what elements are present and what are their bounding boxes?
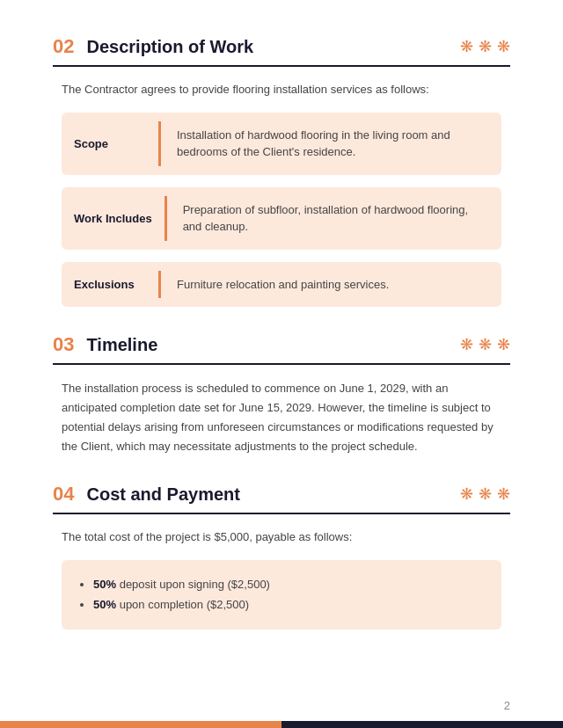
description-intro: The Contractor agrees to provide floorin… — [62, 81, 501, 98]
section-number-03: 03 — [53, 333, 74, 356]
scope-card: Scope Installation of hardwood flooring … — [62, 113, 501, 175]
footer-dark — [282, 721, 563, 728]
work-includes-label: Work Includes — [62, 187, 165, 250]
section-header-description: 02 Description of Work ❋ ❋ ❋ — [53, 35, 510, 67]
section-body-description: The Contractor agrees to provide floorin… — [53, 81, 510, 307]
section-number-04: 04 — [53, 483, 74, 506]
exclusions-card: Exclusions Furniture relocation and pain… — [62, 262, 501, 308]
cost-item-2-bold: 50% — [93, 598, 116, 611]
section-cost: 04 Cost and Payment ❋ ❋ ❋ The total cost… — [53, 483, 510, 629]
snowflake-icon-6: ❋ — [497, 335, 510, 354]
section-title-timeline: Timeline — [86, 335, 157, 355]
section-header-timeline: 03 Timeline ❋ ❋ ❋ — [53, 333, 510, 365]
cost-list-card: 50% deposit upon signing ($2,500) 50% up… — [62, 560, 501, 630]
footer-orange — [0, 721, 282, 728]
exclusions-label: Exclusions — [62, 262, 158, 308]
section-header-left-timeline: 03 Timeline — [53, 333, 157, 356]
page: 02 Description of Work ❋ ❋ ❋ The Contrac… — [0, 0, 563, 728]
page-number: 2 — [504, 699, 510, 712]
section-icons-timeline: ❋ ❋ ❋ — [460, 335, 510, 354]
timeline-body: The installation process is scheduled to… — [62, 379, 501, 456]
snowflake-icon-5: ❋ — [479, 335, 492, 354]
section-number-02: 02 — [53, 35, 74, 58]
work-includes-content: Preparation of subfloor, installation of… — [167, 187, 501, 250]
section-body-timeline: The installation process is scheduled to… — [53, 379, 510, 456]
snowflake-icon-8: ❋ — [479, 484, 492, 504]
section-icons-description: ❋ ❋ ❋ — [460, 37, 510, 56]
section-header-left-cost: 04 Cost and Payment — [53, 483, 240, 506]
cost-list-item-1: 50% deposit upon signing ($2,500) — [93, 574, 484, 594]
scope-label: Scope — [62, 113, 158, 175]
page-footer — [0, 721, 563, 728]
section-body-cost: The total cost of the project is $5,000,… — [53, 528, 510, 629]
cost-item-2-text: upon completion ($2,500) — [120, 598, 249, 611]
section-header-left: 02 Description of Work — [53, 35, 253, 58]
section-icons-cost: ❋ ❋ ❋ — [460, 484, 510, 504]
cost-item-1-text: deposit upon signing ($2,500) — [120, 578, 270, 591]
snowflake-icon-9: ❋ — [497, 484, 510, 504]
snowflake-icon-4: ❋ — [460, 335, 473, 354]
section-timeline: 03 Timeline ❋ ❋ ❋ The installation proce… — [53, 333, 510, 456]
exclusions-content: Furniture relocation and painting servic… — [161, 262, 501, 308]
cost-item-1-bold: 50% — [93, 578, 116, 591]
cost-list: 50% deposit upon signing ($2,500) 50% up… — [88, 574, 484, 615]
snowflake-icon-2: ❋ — [479, 37, 492, 56]
section-header-cost: 04 Cost and Payment ❋ ❋ ❋ — [53, 483, 510, 514]
cost-intro: The total cost of the project is $5,000,… — [62, 528, 501, 546]
section-title-cost: Cost and Payment — [86, 484, 239, 505]
snowflake-icon-1: ❋ — [460, 37, 473, 56]
section-title-description: Description of Work — [86, 37, 253, 57]
work-includes-card: Work Includes Preparation of subfloor, i… — [62, 187, 501, 250]
section-description: 02 Description of Work ❋ ❋ ❋ The Contrac… — [53, 35, 510, 307]
cost-list-item-2: 50% upon completion ($2,500) — [93, 594, 484, 615]
scope-content: Installation of hardwood flooring in the… — [161, 113, 501, 175]
snowflake-icon-3: ❋ — [497, 37, 510, 56]
snowflake-icon-7: ❋ — [460, 484, 473, 504]
